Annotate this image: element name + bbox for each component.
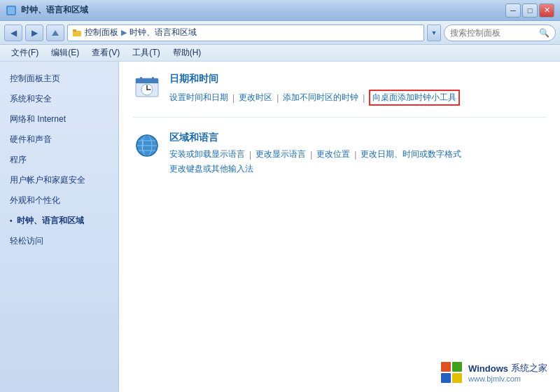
region-links-row1: 安装或卸载显示语言 | 更改显示语言 | 更改位置 | 更改日期、时间或数字格式	[169, 148, 546, 160]
link-change-timezone[interactable]: 更改时区	[239, 92, 272, 104]
sidebar-label-home: 控制面板主页	[10, 73, 60, 85]
menu-view[interactable]: 查看(V)	[86, 46, 125, 60]
watermark-url: www.bjmlv.com	[468, 374, 547, 383]
region-title[interactable]: 区域和语言	[169, 132, 546, 144]
sidebar-label-programs: 程序	[10, 154, 27, 166]
svg-rect-21	[452, 373, 462, 383]
content-area: 日期和时间 设置时间和日期 | 更改时区 | 添加不同时区的时钟 | 向桌面添加…	[119, 62, 560, 392]
menu-file[interactable]: 文件(F)	[6, 46, 44, 60]
window-title: 时钟、语言和区域	[21, 4, 88, 16]
menu-help[interactable]: 帮助(H)	[167, 46, 207, 60]
datetime-links: 设置时间和日期 | 更改时区 | 添加不同时区的时钟 | 向桌面添加时钟小工具	[169, 90, 546, 106]
sidebar: 控制面板主页 系统和安全 网络和 Internet 硬件和声音 程序 用户帐户和…	[0, 62, 119, 392]
address-dropdown[interactable]: ▼	[427, 24, 441, 41]
link-change-format[interactable]: 更改日期、时间或数字格式	[360, 148, 461, 160]
folder-icon	[72, 28, 82, 38]
svg-rect-6	[136, 78, 158, 83]
window-icon	[6, 5, 17, 16]
windows-logo-icon	[440, 361, 463, 384]
sidebar-item-security[interactable]: 系统和安全	[0, 89, 118, 109]
up-button[interactable]	[46, 24, 64, 41]
link-set-datetime[interactable]: 设置时间和日期	[169, 92, 228, 104]
sidebar-label-security: 系统和安全	[10, 93, 52, 105]
sidebar-label-accessibility: 轻松访问	[10, 235, 43, 247]
forward-button[interactable]: ▶	[25, 24, 43, 41]
svg-rect-4	[73, 29, 76, 31]
minimize-button[interactable]: ─	[505, 4, 521, 18]
svg-rect-3	[73, 31, 81, 36]
svg-rect-18	[441, 362, 451, 372]
link-change-keyboard[interactable]: 更改键盘或其他输入法	[169, 163, 253, 175]
svg-rect-20	[441, 373, 451, 383]
sidebar-item-accounts[interactable]: 用户帐户和家庭安全	[0, 170, 118, 190]
address-bar: ◀ ▶ 控制面板 ▶ 时钟、语言和区域 ▼ 🔍	[0, 21, 560, 45]
menu-tools[interactable]: 工具(T)	[127, 46, 165, 60]
back-button[interactable]: ◀	[4, 24, 22, 41]
search-input[interactable]	[450, 28, 536, 38]
sidebar-item-home[interactable]: 控制面板主页	[0, 69, 118, 89]
region-section: 区域和语言 安装或卸载显示语言 | 更改显示语言 | 更改位置 | 更改日期、时…	[133, 132, 546, 186]
datetime-section: 日期和时间 设置时间和日期 | 更改时区 | 添加不同时区的时钟 | 向桌面添加…	[133, 73, 546, 118]
sep-3: |	[363, 93, 365, 103]
svg-rect-19	[452, 362, 462, 372]
menu-bar: 文件(F) 编辑(E) 查看(V) 工具(T) 帮助(H)	[0, 45, 560, 62]
search-box[interactable]: 🔍	[444, 24, 556, 41]
svg-rect-11	[152, 77, 154, 80]
watermark-brand: Windows	[468, 363, 508, 374]
watermark-text-block: Windows 系统之家 www.bjmlv.com	[468, 362, 547, 383]
sep-r3: |	[354, 150, 356, 160]
sidebar-label-accounts: 用户帐户和家庭安全	[10, 174, 85, 186]
sep-2: |	[276, 93, 279, 103]
breadcrumb-root: 控制面板	[85, 27, 118, 38]
sidebar-item-accessibility[interactable]: 轻松访问	[0, 231, 118, 251]
region-body: 区域和语言 安装或卸载显示语言 | 更改显示语言 | 更改位置 | 更改日期、时…	[169, 132, 546, 175]
sidebar-label-clock: 时钟、语言和区域	[17, 215, 84, 227]
link-change-location[interactable]: 更改位置	[316, 148, 350, 160]
datetime-title[interactable]: 日期和时间	[169, 73, 546, 85]
sidebar-item-clock[interactable]: • 时钟、语言和区域	[0, 211, 118, 231]
watermark: Windows 系统之家 www.bjmlv.com	[435, 358, 553, 386]
menu-edit[interactable]: 编辑(E)	[46, 46, 85, 60]
sidebar-item-hardware[interactable]: 硬件和声音	[0, 130, 118, 150]
svg-rect-1	[8, 7, 15, 14]
link-install-lang[interactable]: 安装或卸载显示语言	[169, 148, 245, 160]
title-bar: 时钟、语言和区域 ─ □ ✕	[0, 0, 560, 21]
sidebar-item-network[interactable]: 网络和 Internet	[0, 109, 118, 130]
sep-r2: |	[310, 150, 312, 160]
sidebar-item-appearance[interactable]: 外观和个性化	[0, 190, 118, 211]
link-add-gadget[interactable]: 向桌面添加时钟小工具	[369, 90, 460, 106]
region-links-row2: 更改键盘或其他输入法	[169, 163, 546, 175]
breadcrumb-current: 时钟、语言和区域	[130, 27, 197, 38]
breadcrumb-sep: ▶	[121, 28, 127, 37]
title-controls: ─ □ ✕	[505, 4, 554, 18]
link-change-display-lang[interactable]: 更改显示语言	[255, 148, 306, 160]
title-bar-left: 时钟、语言和区域	[6, 4, 88, 16]
close-button[interactable]: ✕	[539, 4, 554, 18]
sidebar-item-programs[interactable]: 程序	[0, 150, 118, 170]
datetime-body: 日期和时间 设置时间和日期 | 更改时区 | 添加不同时区的时钟 | 向桌面添加…	[169, 73, 546, 106]
svg-rect-10	[140, 77, 142, 80]
search-icon: 🔍	[539, 28, 550, 38]
sidebar-label-network: 网络和 Internet	[10, 113, 66, 125]
active-bullet: •	[10, 217, 13, 225]
watermark-suffix: 系统之家	[511, 362, 547, 374]
region-icon	[133, 132, 161, 160]
sidebar-label-hardware: 硬件和声音	[10, 134, 52, 146]
maximize-button[interactable]: □	[522, 4, 538, 18]
svg-marker-2	[52, 30, 59, 36]
sidebar-label-appearance: 外观和个性化	[10, 195, 60, 206]
sep-1: |	[232, 93, 234, 103]
link-add-clocks[interactable]: 添加不同时区的时钟	[283, 92, 358, 104]
main-area: 控制面板主页 系统和安全 网络和 Internet 硬件和声音 程序 用户帐户和…	[0, 62, 560, 392]
sep-r1: |	[249, 150, 251, 160]
datetime-icon	[133, 73, 161, 101]
address-field[interactable]: 控制面板 ▶ 时钟、语言和区域	[67, 24, 424, 41]
